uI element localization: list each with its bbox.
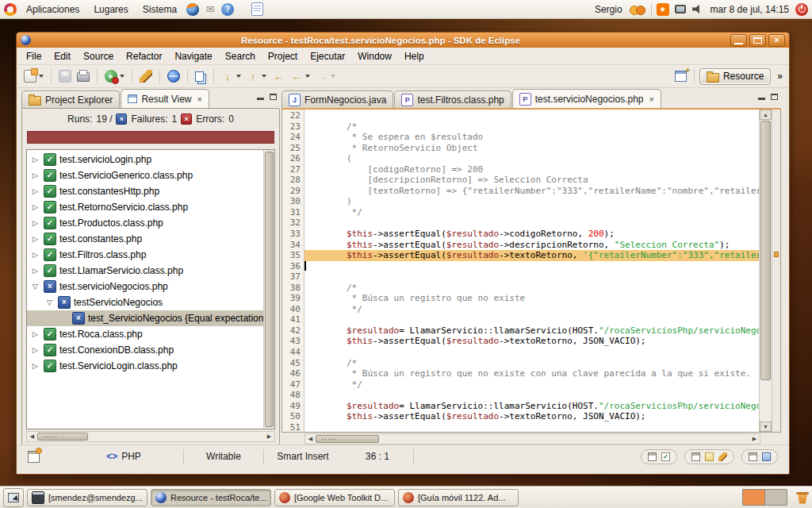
back-button[interactable] <box>289 68 312 84</box>
scroll-left-icon[interactable]: ◀ <box>305 434 316 444</box>
expander-icon[interactable]: ▷ <box>30 330 40 338</box>
editor-tab-test-servicionegocios-php[interactable]: Ptest.servicioNegocios.php× <box>512 89 661 108</box>
expander-icon[interactable]: ▷ <box>30 267 40 275</box>
scroll-right-icon[interactable]: ▶ <box>264 432 274 441</box>
expander-icon[interactable]: ▷ <box>30 156 40 164</box>
taskbar-window-button[interactable]: [Guía móvil 1122. Ad... <box>398 489 519 506</box>
perspective-resource-button[interactable]: Resource <box>699 68 771 85</box>
firefox-icon[interactable] <box>186 3 199 16</box>
open-perspective-button[interactable] <box>673 69 695 83</box>
tree-item[interactable]: ▷✓test.ConexionDB.class.php <box>27 342 263 358</box>
menu-source[interactable]: Source <box>77 49 120 64</box>
editor-hscrollbar[interactable]: ◀ ▶ <box>304 433 760 444</box>
copy-document-button[interactable] <box>193 70 208 83</box>
left-hscrollbar[interactable]: ◀ ▶ <box>26 431 275 442</box>
tree-item[interactable]: ▷✓test.ServicioLogin.class.php <box>27 358 263 374</box>
expander-icon[interactable]: ▽ <box>44 298 55 306</box>
tree-item[interactable]: ▷✓test.constantes.php <box>27 231 263 247</box>
display-icon[interactable] <box>674 3 687 16</box>
editor-tab-test-filtros-class-php[interactable]: Ptest.Filtros.class.php <box>394 90 511 108</box>
menu-file[interactable]: File <box>20 49 48 64</box>
menu-refactor[interactable]: Refactor <box>120 49 168 64</box>
last-edit-location-button[interactable] <box>270 68 286 84</box>
next-annotation-button[interactable] <box>220 68 243 84</box>
minimize-button[interactable] <box>730 34 747 47</box>
expander-icon[interactable]: ▷ <box>30 251 40 259</box>
code-line[interactable]: /* <box>304 121 759 133</box>
overview-ruler[interactable] <box>772 110 780 432</box>
code-line[interactable]: $this->assertEqual($resultado->textoReto… <box>304 411 759 422</box>
code-line[interactable]: * Búsca un registro que no existe con un… <box>304 368 759 379</box>
close-tab-icon[interactable]: × <box>197 94 202 104</box>
titlebar[interactable]: Resource - testRoca/test.servicioNegocio… <box>17 33 789 48</box>
code-line[interactable] <box>304 422 759 432</box>
maximize-button[interactable] <box>749 34 766 47</box>
code-line[interactable]: * RetornoServicio Object <box>304 143 759 154</box>
taskbar-window-button[interactable]: [Google Web Toolkit D... <box>274 489 395 506</box>
code-line[interactable]: $this->assertEqual($resultado->textoReto… <box>304 336 759 347</box>
power-icon[interactable] <box>795 3 808 16</box>
dropdown-arrow-icon[interactable] <box>331 75 335 78</box>
dropdown-arrow-icon[interactable] <box>120 75 124 78</box>
user-switcher-icon[interactable] <box>629 3 646 16</box>
code-line[interactable] <box>304 217 759 229</box>
code-line[interactable]: $resultado= LlamarServicio::llamarServic… <box>304 325 759 337</box>
editor-maximize-icon[interactable] <box>771 94 778 100</box>
close-tab-icon[interactable]: × <box>649 94 653 104</box>
perspective-overflow-chevron[interactable]: » <box>776 71 783 82</box>
trim-group-docs[interactable] <box>684 449 734 464</box>
taskbar-window-button[interactable]: Resource - testRoca/te... <box>151 489 271 506</box>
dropdown-arrow-icon[interactable] <box>305 75 310 78</box>
menu-search[interactable]: Search <box>219 49 262 64</box>
code-line[interactable]: ) <box>304 196 759 207</box>
menu-project[interactable]: Project <box>262 49 304 64</box>
code-line[interactable] <box>304 390 759 401</box>
editor-vscroll-thumb[interactable] <box>760 121 771 380</box>
code-line[interactable] <box>304 271 759 283</box>
new-wizard-button[interactable] <box>22 68 45 84</box>
expander-icon[interactable]: ▷ <box>30 187 40 195</box>
close-button[interactable]: × <box>768 34 785 47</box>
view-maximize-icon[interactable] <box>270 94 277 100</box>
code-line[interactable]: * Búsca un registro que no existe <box>304 293 759 304</box>
prev-annotation-button[interactable] <box>245 68 268 84</box>
workspace-1[interactable] <box>743 490 764 505</box>
code-line[interactable]: * Se espera en $resultado <box>304 132 759 143</box>
tree-item[interactable]: ×test_ServicioNegocios {Equal expectatio… <box>27 310 263 326</box>
code-line[interactable]: $resultado= LlamarServicio::llamarServic… <box>304 401 759 412</box>
dropdown-arrow-icon[interactable] <box>236 75 241 78</box>
help-icon[interactable]: ? <box>221 3 234 16</box>
mail-icon[interactable] <box>204 3 216 16</box>
code-line[interactable]: $this->assertEqual($resultado->codigoRet… <box>304 229 759 240</box>
run-php-button[interactable] <box>103 68 126 84</box>
taskbar-window-button[interactable]: [smendez@smendezg... <box>27 489 147 506</box>
menu-help[interactable]: Help <box>398 49 431 64</box>
trim-group-console[interactable] <box>741 449 778 464</box>
tree-item[interactable]: ▷✓test.constantesHttp.php <box>27 183 263 199</box>
view-tab-result-view[interactable]: Result View× <box>121 89 209 108</box>
expander-icon[interactable]: ▷ <box>30 203 40 211</box>
menu-edit[interactable]: Edit <box>48 49 77 64</box>
panel-menu-sistema[interactable]: Sistema <box>138 2 182 17</box>
user-label[interactable]: Sergio <box>593 4 624 15</box>
code-line[interactable]: ( <box>304 153 759 164</box>
code-content[interactable]: /* * Se espera en $resultado * RetornoSe… <box>304 110 759 432</box>
code-line[interactable]: */ <box>304 379 759 391</box>
updates-icon[interactable] <box>657 3 669 16</box>
code-line[interactable]: /* <box>304 283 759 294</box>
code-line[interactable]: $this->assertEqual($resultado->descripci… <box>304 240 759 251</box>
expander-icon[interactable]: ▽ <box>30 283 40 291</box>
editor-tab-formnegocios-java[interactable]: JFormNegocios.java <box>282 90 393 108</box>
tree-item[interactable]: ▷✓test.RetornoServicio.class.php <box>27 199 263 215</box>
code-line[interactable] <box>304 314 759 325</box>
code-line[interactable]: [descripcionRetorno] => Seleccion Correc… <box>304 175 759 186</box>
expander-icon[interactable]: ▷ <box>30 346 40 354</box>
scroll-up-icon[interactable]: ▲ <box>760 110 772 120</box>
trim-group-tests[interactable]: ✓ <box>641 449 677 464</box>
tree-item[interactable]: ▷✓test.servicioLogin.php <box>27 152 263 167</box>
tree-vscrollbar[interactable] <box>263 150 274 429</box>
fast-view-icon[interactable] <box>28 451 40 463</box>
highlight-marker[interactable] <box>774 252 779 257</box>
trash-icon[interactable] <box>796 491 809 504</box>
dropdown-arrow-icon[interactable] <box>39 75 44 78</box>
